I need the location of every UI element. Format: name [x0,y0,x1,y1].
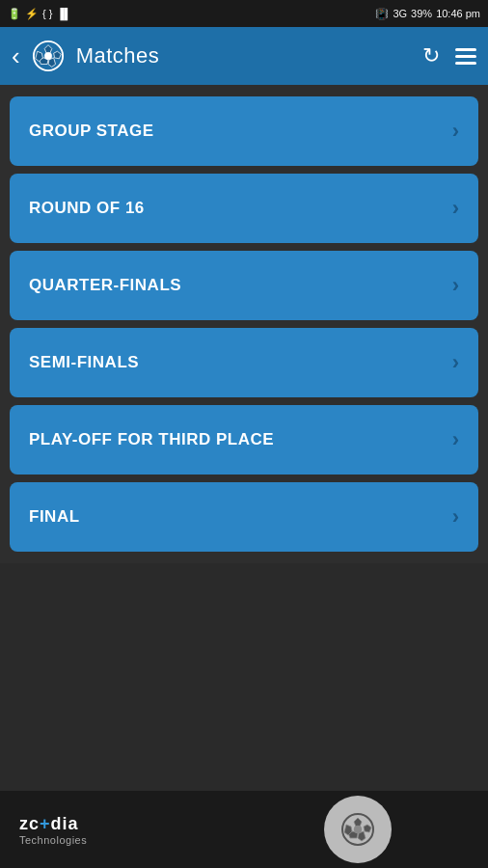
menu-item-chevron-group-stage: › [452,119,459,144]
bottom-bar: zc + dia Technologies [0,791,488,868]
signal-text: 3G [393,8,407,19]
barcode-icon: ▐▌ [56,8,71,19]
hamburger-line-1 [455,48,476,51]
menu-item-round-of-16[interactable]: ROUND OF 16› [10,174,478,243]
menu-item-label-round-of-16: ROUND OF 16 [29,199,145,218]
menu-item-group-stage[interactable]: GROUP STAGE› [10,96,478,166]
time-display: 10:46 pm [436,8,480,19]
vibrate-icon: 📳 [375,8,389,20]
menu-item-label-quarter-finals: QUARTER-FINALS [29,276,181,295]
logo-text: zc + dia [19,814,79,834]
battery-percent: 39% [411,8,432,19]
status-bar-right: 📳 3G 39% 10:46 pm [375,8,480,20]
menu-item-playoff-third[interactable]: PLAY-OFF FOR THIRD PLACE› [10,405,478,475]
menu-item-label-playoff-third: PLAY-OFF FOR THIRD PLACE [29,430,274,449]
menu-item-quarter-finals[interactable]: QUARTER-FINALS› [10,251,478,320]
hamburger-line-2 [455,55,476,58]
usb-icon: ⚡ [25,8,39,20]
menu-item-chevron-final: › [452,504,459,529]
logo-dia: dia [51,814,79,834]
svg-marker-1 [44,45,52,54]
logo-plus-icon: + [40,814,51,834]
toolbar: ‹ Matches ↻ [0,27,488,85]
brand-logo: zc + dia Technologies [19,814,87,846]
menu-item-chevron-semi-finals: › [452,350,459,375]
svg-marker-2 [53,51,61,59]
page-title: Matches [76,43,411,68]
svg-point-6 [44,52,52,60]
menu-item-label-semi-finals: SEMI-FINALS [29,353,139,372]
menu-item-chevron-playoff-third: › [452,427,459,452]
menu-item-final[interactable]: FINAL› [10,482,478,552]
svg-point-13 [354,826,362,833]
svg-marker-9 [364,825,371,832]
main-content: GROUP STAGE›ROUND OF 16›QUARTER-FINALS›S… [0,85,488,563]
menu-item-label-final: FINAL [29,507,80,527]
svg-marker-8 [354,818,362,827]
bottom-soccer-icon [340,812,375,847]
refresh-button[interactable]: ↻ [422,43,440,68]
menu-button[interactable] [455,48,476,65]
code-icon: { } [42,8,52,19]
battery-icon: 🔋 [8,8,21,20]
menu-item-label-group-stage: GROUP STAGE [29,122,154,141]
menu-item-semi-finals[interactable]: SEMI-FINALS› [10,328,478,397]
menu-item-chevron-round-of-16: › [452,196,459,221]
status-bar-left: 🔋 ⚡ { } ▐▌ [8,8,71,20]
toolbar-actions: ↻ [422,43,476,68]
logo-subtitle: Technologies [19,834,87,846]
hamburger-line-3 [455,62,476,65]
logo-zc: zc [19,814,40,834]
back-button[interactable]: ‹ [12,41,20,71]
bottom-soccer-button[interactable] [324,796,392,863]
menu-item-chevron-quarter-finals: › [452,273,459,298]
soccer-ball-icon [32,40,65,72]
status-bar: 🔋 ⚡ { } ▐▌ 📳 3G 39% 10:46 pm [0,0,488,27]
